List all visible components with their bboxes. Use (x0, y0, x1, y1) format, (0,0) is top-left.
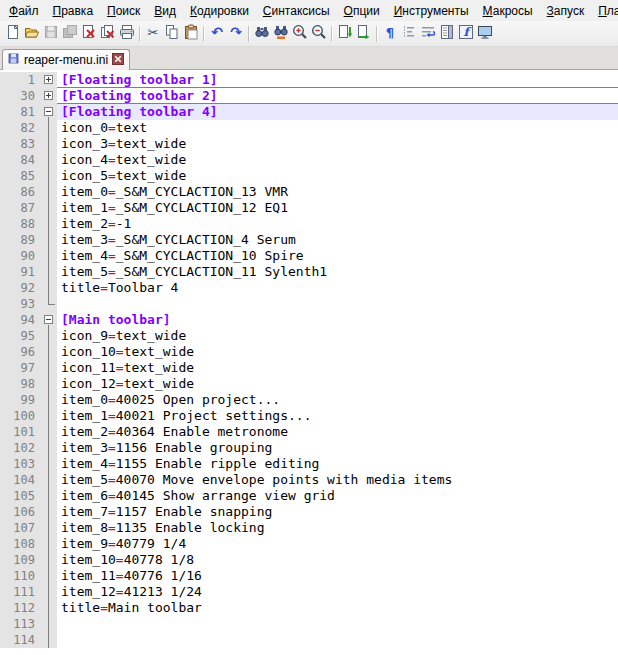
code-text[interactable]: [Floating toolbar 1] (57, 72, 618, 88)
editor-line: 93 (0, 296, 618, 312)
toolbar-print-button[interactable] (117, 24, 136, 44)
code-text[interactable]: icon_10=text_wide (57, 344, 618, 360)
code-text[interactable]: icon_12=text_wide (57, 376, 618, 392)
toolbar-copy-button[interactable] (162, 24, 181, 44)
tab-close-icon[interactable] (112, 53, 124, 68)
toolbar-redo-button[interactable]: ↷ (226, 24, 245, 44)
menu-item-10[interactable]: Пла (591, 2, 618, 20)
code-text[interactable]: item_7=1157 Enable snapping (57, 504, 618, 520)
code-text[interactable]: icon_3=text_wide (57, 136, 618, 152)
code-text[interactable]: icon_11=text_wide (57, 360, 618, 376)
ini-key: icon_9 (61, 328, 108, 343)
code-text[interactable]: item_11=40776 1/16 (57, 568, 618, 584)
fold-margin (41, 584, 57, 600)
code-text[interactable]: item_8=1135 Enable locking (57, 520, 618, 536)
toolbar-new-file-button[interactable] (3, 24, 22, 44)
code-text[interactable]: item_0=_S&M_CYCLACTION_13 VMR (57, 184, 618, 200)
toolbar-close-all-button[interactable] (98, 24, 117, 44)
code-text[interactable]: item_5=_S&M_CYCLACTION_11 Sylenth1 (57, 264, 618, 280)
code-text[interactable]: item_10=40778 1/8 (57, 552, 618, 568)
toolbar-doc-map-button[interactable] (437, 24, 456, 44)
ini-section-header: [Main toolbar] (61, 312, 171, 327)
menu-item-7[interactable]: Инструменты (387, 2, 476, 20)
ini-assignment: = (108, 152, 116, 167)
toolbar-paste-button[interactable] (181, 24, 200, 44)
code-text[interactable]: title=Main toolbar (57, 600, 618, 616)
menu-item-5[interactable]: Синтаксисы (256, 2, 337, 20)
save-all-icon (62, 24, 78, 44)
ini-value: -1 (116, 216, 132, 231)
code-text[interactable] (57, 632, 618, 648)
code-text[interactable]: icon_9=text_wide (57, 328, 618, 344)
fold-margin (41, 280, 57, 296)
fold-margin (41, 168, 57, 184)
toolbar-replace-button[interactable] (271, 24, 290, 44)
code-text[interactable]: item_2=-1 (57, 216, 618, 232)
code-text[interactable]: item_12=41213 1/24 (57, 584, 618, 600)
menu-item-2[interactable]: Поиск (100, 2, 147, 20)
toolbar-zoom-out-button[interactable] (309, 24, 328, 44)
code-text[interactable]: item_6=40145 Show arrange view grid (57, 488, 618, 504)
ini-key: item_2 (61, 216, 108, 231)
toolbar-open-folder-button[interactable] (22, 24, 41, 44)
toolbar-find-button[interactable] (252, 24, 271, 44)
toolbar-word-wrap-button[interactable] (418, 24, 437, 44)
ini-section-header: [Floating toolbar 2] (61, 88, 218, 103)
code-text[interactable] (57, 296, 618, 312)
toolbar-cut-button[interactable]: ✂ (143, 24, 162, 44)
menu-item-9[interactable]: Запуск (540, 2, 592, 20)
code-text[interactable]: item_3=_S&M_CYCLACTION_4 Serum (57, 232, 618, 248)
editor-line: 100item_1=40021 Project settings... (0, 408, 618, 424)
code-text[interactable]: item_1=40021 Project settings... (57, 408, 618, 424)
tab-reaper-menu-ini[interactable]: reaper-menu.ini (2, 49, 130, 70)
toolbar: ✂↶↷¶f (0, 21, 618, 47)
code-text[interactable]: [Main toolbar] (57, 312, 618, 328)
code-text[interactable]: [Floating toolbar 4] (57, 104, 618, 120)
ini-assignment: = (108, 264, 116, 279)
code-text[interactable]: icon_4=text_wide (57, 152, 618, 168)
menu-item-1[interactable]: Правка (46, 2, 101, 20)
line-number: 96 (0, 344, 41, 360)
code-text[interactable]: item_1=_S&M_CYCLACTION_12 EQ1 (57, 200, 618, 216)
editor-line: 84icon_4=text_wide (0, 152, 618, 168)
toolbar-close-button[interactable] (79, 24, 98, 44)
code-text[interactable]: item_9=40779 1/4 (57, 536, 618, 552)
menu-item-4[interactable]: Кодировки (183, 2, 256, 20)
editor-line: 98icon_12=text_wide (0, 376, 618, 392)
code-text[interactable]: item_3=1156 Enable grouping (57, 440, 618, 456)
menu-item-8[interactable]: Макросы (476, 2, 540, 20)
ini-value: text_wide (124, 360, 194, 375)
fold-collapse-marker[interactable] (41, 312, 57, 328)
toolbar-indent-guide-button[interactable] (399, 24, 418, 44)
ini-assignment: = (116, 376, 124, 391)
toolbar-sync-scroll-h-button[interactable] (354, 24, 373, 44)
toolbar-zoom-in-button[interactable] (290, 24, 309, 44)
ini-assignment: = (108, 120, 116, 135)
menu-item-3[interactable]: Вид (147, 2, 183, 20)
toolbar-monitor-button[interactable] (475, 24, 494, 44)
code-text[interactable]: icon_0=text (57, 120, 618, 136)
ini-section-header: [Floating toolbar 1] (61, 72, 218, 87)
code-text[interactable]: item_0=40025 Open project... (57, 392, 618, 408)
code-text[interactable]: item_4=1155 Enable ripple editing (57, 456, 618, 472)
code-text[interactable]: item_2=40364 Enable metronome (57, 424, 618, 440)
menu-item-6[interactable]: Опции (337, 2, 387, 20)
menu-item-0[interactable]: Файл (2, 2, 46, 20)
line-number: 92 (0, 280, 41, 296)
ini-value: text (116, 120, 147, 135)
toolbar-function-list-button[interactable]: f (456, 24, 475, 44)
code-text[interactable]: icon_5=text_wide (57, 168, 618, 184)
toolbar-undo-button[interactable]: ↶ (207, 24, 226, 44)
toolbar-show-symbols-button[interactable]: ¶ (380, 24, 399, 44)
code-text[interactable]: title=Toolbar 4 (57, 280, 618, 296)
fold-expand-marker[interactable] (41, 72, 57, 88)
code-text[interactable]: item_4=_S&M_CYCLACTION_10 Spire (57, 248, 618, 264)
ini-value: 40070 Move envelope points with media it… (116, 472, 453, 487)
fold-expand-marker[interactable] (41, 88, 57, 104)
ini-value: _S&M_CYCLACTION_4 Serum (116, 232, 296, 247)
code-text[interactable]: item_5=40070 Move envelope points with m… (57, 472, 618, 488)
code-text[interactable] (57, 616, 618, 632)
fold-collapse-marker[interactable] (41, 104, 57, 120)
toolbar-sync-scroll-v-button[interactable] (335, 24, 354, 44)
code-text[interactable]: [Floating toolbar 2] (57, 88, 618, 104)
